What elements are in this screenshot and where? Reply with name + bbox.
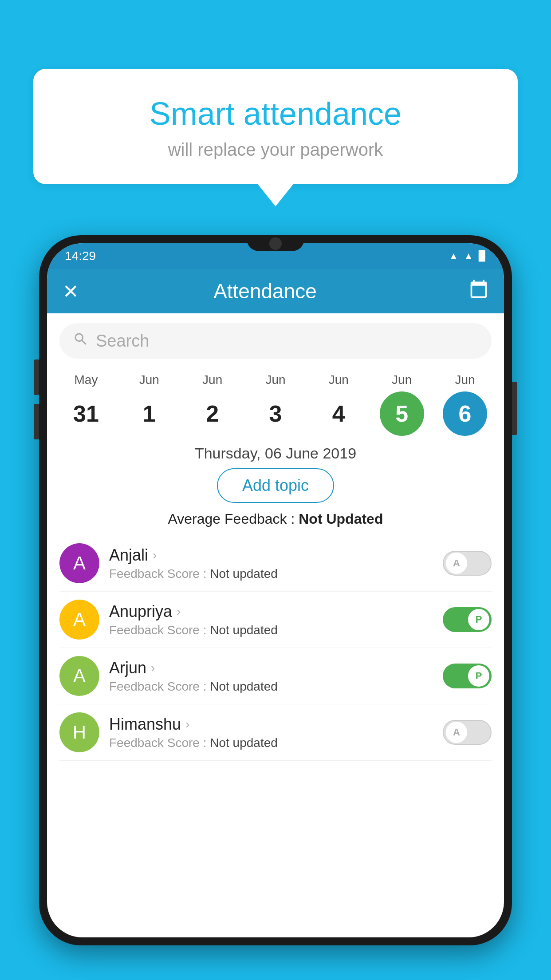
status-icons: ▲ ▲ ▉ [449, 250, 486, 262]
speech-bubble-subtitle: will replace your paperwork [55, 140, 496, 160]
speech-bubble-arrow [258, 184, 293, 206]
student-list: AAnjali ›Feedback Score : Not updatedAAA… [47, 535, 504, 761]
search-bar[interactable]: Search [59, 323, 492, 359]
toggle-switch[interactable]: P [443, 664, 492, 688]
phone-container: 14:29 ▲ ▲ ▉ ✕ Attendance [39, 235, 512, 980]
cal-date-number[interactable]: 4 [316, 391, 361, 436]
battery-icon: ▉ [479, 250, 486, 262]
student-info: Arjun ›Feedback Score : Not updated [109, 659, 443, 694]
cal-month-label: Jun [139, 373, 159, 387]
search-icon [73, 331, 89, 351]
calendar-icon[interactable] [469, 279, 488, 303]
cal-month-label: Jun [202, 373, 222, 387]
cal-date-number[interactable]: 5 [380, 391, 424, 436]
student-item[interactable]: AAnjali ›Feedback Score : Not updatedA [59, 535, 492, 592]
cal-date-number[interactable]: 1 [127, 391, 171, 436]
toggle-switch[interactable]: P [443, 607, 492, 632]
cal-month-label: Jun [265, 373, 285, 387]
student-feedback: Feedback Score : Not updated [109, 680, 443, 694]
volume-down-button[interactable] [34, 404, 39, 439]
student-name: Arjun › [109, 659, 443, 677]
speech-bubble-container: Smart attendance will replace your paper… [33, 69, 518, 206]
feedback-value: Not updated [210, 567, 278, 581]
avg-feedback-value: Not Updated [299, 511, 383, 527]
status-time: 14:29 [65, 249, 96, 263]
student-feedback: Feedback Score : Not updated [109, 567, 443, 581]
student-avatar: H [59, 712, 99, 752]
attendance-toggle[interactable]: A [443, 720, 492, 745]
signal-icon: ▲ [464, 250, 473, 262]
student-feedback: Feedback Score : Not updated [109, 736, 443, 750]
cal-month-label: Jun [392, 373, 412, 387]
student-name: Himanshu › [109, 715, 443, 734]
avg-feedback: Average Feedback : Not Updated [47, 511, 504, 535]
cal-date-number[interactable]: 31 [64, 391, 108, 436]
student-avatar: A [59, 600, 99, 640]
calendar-day[interactable]: May31 [59, 373, 113, 436]
wifi-icon: ▲ [449, 250, 458, 262]
speech-bubble-title: Smart attendance [55, 95, 496, 132]
phone-camera [269, 237, 282, 250]
chevron-icon: › [151, 661, 155, 675]
phone-notch [247, 235, 304, 251]
chevron-icon: › [185, 717, 189, 731]
cal-month-label: May [75, 373, 98, 387]
cal-date-number[interactable]: 6 [443, 391, 487, 436]
student-item[interactable]: AArjun ›Feedback Score : Not updatedP [59, 648, 492, 704]
student-name: Anupriya › [109, 602, 443, 621]
cal-date-number[interactable]: 3 [253, 391, 298, 436]
cal-month-label: Jun [329, 373, 349, 387]
student-feedback: Feedback Score : Not updated [109, 623, 443, 637]
search-placeholder: Search [96, 332, 149, 351]
power-button[interactable] [512, 382, 517, 435]
calendar-day[interactable]: Jun2 [186, 373, 239, 436]
attendance-toggle[interactable]: A [443, 551, 492, 576]
speech-bubble: Smart attendance will replace your paper… [33, 69, 518, 184]
calendar-strip: May31Jun1Jun2Jun3Jun4Jun5Jun6 [47, 368, 504, 436]
selected-date-label: Thursday, 06 June 2019 [47, 436, 504, 468]
cal-date-number[interactable]: 2 [190, 391, 235, 436]
attendance-toggle[interactable]: P [443, 607, 492, 632]
calendar-day[interactable]: Jun1 [122, 373, 176, 436]
toggle-switch[interactable]: A [443, 720, 492, 745]
feedback-value: Not updated [210, 736, 278, 750]
student-info: Anupriya ›Feedback Score : Not updated [109, 602, 443, 637]
student-item[interactable]: HHimanshu ›Feedback Score : Not updatedA [59, 704, 492, 761]
student-avatar: A [59, 656, 99, 696]
feedback-value: Not updated [210, 623, 278, 637]
chevron-icon: › [153, 548, 157, 562]
app-bar-title: Attendance [61, 279, 469, 303]
chevron-icon: › [177, 605, 181, 619]
toggle-thumb: A [446, 722, 467, 743]
phone-screen: 14:29 ▲ ▲ ▉ ✕ Attendance [47, 243, 504, 937]
attendance-toggle[interactable]: P [443, 664, 492, 688]
calendar-day[interactable]: Jun3 [249, 373, 302, 436]
calendar-day[interactable]: Jun6 [438, 373, 492, 436]
app-bar: ✕ Attendance [47, 269, 504, 313]
student-avatar: A [59, 543, 99, 583]
add-topic-button[interactable]: Add topic [217, 468, 334, 503]
calendar-day[interactable]: Jun5 [375, 373, 429, 436]
toggle-switch[interactable]: A [443, 551, 492, 576]
cal-month-label: Jun [455, 373, 475, 387]
student-item[interactable]: AAnupriya ›Feedback Score : Not updatedP [59, 592, 492, 648]
volume-up-button[interactable] [34, 360, 39, 395]
student-info: Anjali ›Feedback Score : Not updated [109, 546, 443, 581]
phone-frame: 14:29 ▲ ▲ ▉ ✕ Attendance [39, 235, 512, 945]
calendar-day[interactable]: Jun4 [312, 373, 365, 436]
toggle-thumb: A [446, 553, 467, 574]
toggle-thumb: P [468, 665, 489, 687]
toggle-thumb: P [468, 609, 489, 630]
student-name: Anjali › [109, 546, 443, 565]
feedback-value: Not updated [210, 680, 278, 693]
student-info: Himanshu ›Feedback Score : Not updated [109, 715, 443, 750]
avg-feedback-label: Average Feedback : [168, 511, 299, 527]
